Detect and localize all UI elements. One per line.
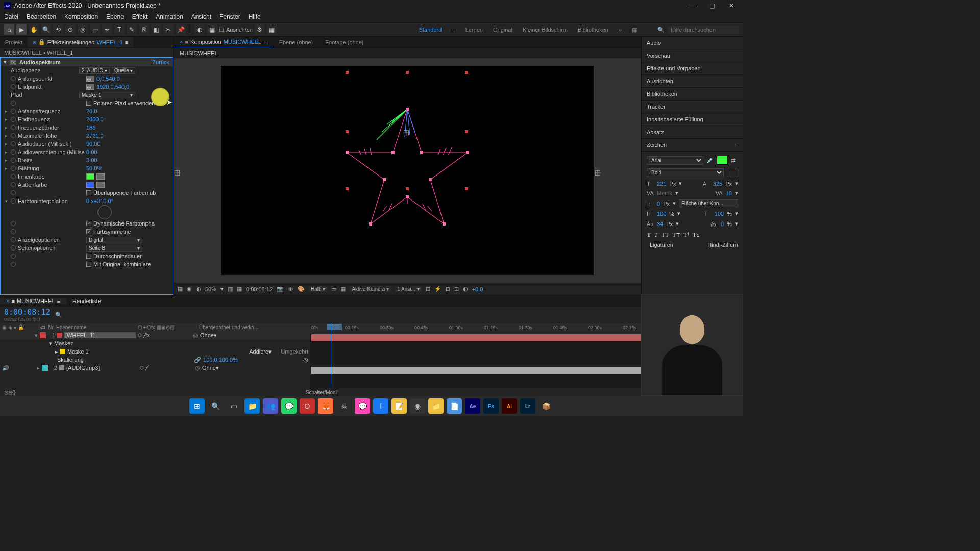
tab-effect-controls[interactable]: × 🔒 Effekteinstellungen WHEEL_1 ≡	[28, 37, 133, 47]
stopwatch-icon[interactable]	[11, 84, 16, 89]
close-button[interactable]: ✕	[728, 2, 735, 9]
point-picker-icon[interactable]: ⊕	[86, 84, 94, 90]
windows-start-icon[interactable]: ⊞	[189, 398, 205, 414]
twirl-icon[interactable]: ▸	[4, 158, 9, 163]
layer-handle[interactable]	[346, 187, 349, 190]
prop-farbsymmetrie-checkbox[interactable]	[86, 229, 91, 234]
hscale-value[interactable]: 100	[715, 211, 724, 217]
stopwatch-icon[interactable]	[11, 198, 16, 204]
mask-mode-dropdown[interactable]: Addiere▾	[249, 348, 275, 355]
resolution-dropdown[interactable]: Halb ▾	[309, 286, 327, 292]
mask-icon[interactable]: ◐	[196, 286, 201, 292]
layer-handle[interactable]	[465, 130, 468, 133]
masken-label[interactable]: Masken	[54, 340, 74, 346]
stroke-color-swatch[interactable]	[727, 168, 738, 177]
leading-value[interactable]: 325	[713, 181, 722, 187]
work-area-bar[interactable]	[327, 324, 342, 330]
tracking-value[interactable]: 10	[726, 190, 732, 196]
stopwatch-icon[interactable]	[11, 262, 16, 267]
link-icon[interactable]: 🔗	[194, 357, 201, 363]
smallcaps-button[interactable]: Tᴛ	[672, 231, 680, 239]
prop-audioebene-dropdown[interactable]: 2. AUDIO▾	[79, 67, 110, 74]
obs-icon[interactable]: ◉	[410, 398, 425, 414]
prop-frequenzbander-value[interactable]: 186	[86, 124, 95, 131]
stopwatch-icon[interactable]	[11, 254, 16, 259]
panel-bibliotheken[interactable]: Bibliotheken	[642, 88, 743, 101]
anchor-point-icon[interactable]	[404, 130, 409, 135]
timeline-search-icon[interactable]: 🔍	[55, 312, 62, 318]
layer-handle[interactable]	[406, 187, 409, 190]
prop-mitoriginal-checkbox[interactable]	[86, 262, 91, 267]
shape-mode-icon[interactable]: ▦	[207, 24, 217, 35]
prop-polaren-checkbox[interactable]	[86, 101, 91, 106]
notes-icon[interactable]: 📝	[391, 398, 407, 414]
alpha-toggle-icon[interactable]: ▦	[178, 286, 183, 292]
point-picker-icon[interactable]: ⊕	[86, 76, 94, 82]
panel-vorschau[interactable]: Vorschau	[642, 49, 743, 62]
pickwhip-icon[interactable]: ◎	[303, 357, 308, 363]
menu-hilfe[interactable]: Hilfe	[249, 13, 261, 20]
viewer-breadcrumb[interactable]: MUSICWHEEL	[174, 48, 641, 58]
firefox-icon[interactable]: 🦊	[318, 398, 333, 414]
font-size-value[interactable]: 221	[657, 181, 666, 187]
comp-edge-handle[interactable]	[595, 170, 600, 176]
stopwatch-icon[interactable]	[11, 125, 16, 130]
twirl-icon[interactable]: ▸	[4, 117, 9, 122]
angle-dial[interactable]	[97, 205, 112, 219]
reset-link[interactable]: Zurück	[152, 59, 169, 65]
prop-durchschnitt-checkbox[interactable]	[86, 254, 91, 259]
menu-animation[interactable]: Animation	[156, 13, 183, 20]
minimize-button[interactable]: —	[689, 2, 696, 9]
zoom-dropdown[interactable]: 50%	[205, 286, 216, 292]
puppet-tool[interactable]: 📌	[176, 24, 186, 35]
prop-seiten-dropdown[interactable]: Seite B▾	[86, 245, 142, 252]
prop-farbtoninterp-value[interactable]: 0 x+310,0°	[86, 198, 113, 204]
twirl-icon[interactable]: ▸	[4, 166, 9, 171]
stopwatch-icon[interactable]	[11, 133, 16, 138]
prop-breite-value[interactable]: 3,00	[86, 157, 97, 163]
menu-ebene[interactable]: Ebene	[106, 13, 124, 20]
effect-twirl-icon[interactable]: ▾	[4, 59, 7, 65]
workspace-standard[interactable]: Standard	[419, 27, 442, 33]
workspace-chevron-icon[interactable]: ≡	[452, 27, 455, 33]
panel-menu-icon[interactable]: ≡	[735, 142, 738, 148]
stopwatch-icon[interactable]	[11, 229, 16, 234]
allcaps-button[interactable]: TT	[661, 231, 669, 239]
stroke-mode-dropdown[interactable]: Fläche über Kon...	[679, 199, 738, 207]
pixel-aspect-icon[interactable]: ⊞	[426, 286, 430, 292]
mask-invert-label[interactable]: Umgekehrt	[281, 348, 308, 355]
transparency-icon[interactable]: ▦	[340, 286, 346, 292]
panel-tracker[interactable]: Tracker	[642, 101, 743, 113]
illustrator-icon[interactable]: Ai	[502, 398, 517, 414]
twirl-icon[interactable]: ▸	[4, 109, 9, 114]
panel-inhaltsbasierte[interactable]: Inhaltsbasierte Füllung	[642, 113, 743, 126]
explorer-icon[interactable]: 📁	[244, 398, 260, 414]
tab-footage-viewer[interactable]: Footage (ohne)	[319, 37, 370, 47]
timeline-icon[interactable]: ⊟	[446, 286, 450, 292]
tsume-value[interactable]: 0	[721, 221, 724, 227]
help-search-input[interactable]	[668, 26, 739, 34]
notepad-icon[interactable]: 📄	[447, 398, 462, 414]
whatsapp-icon[interactable]: 💬	[281, 398, 297, 414]
font-weight-dropdown[interactable]: Bold	[647, 168, 724, 177]
fast-preview-icon[interactable]: ⚡	[434, 286, 442, 292]
eyedropper-icon[interactable]	[96, 182, 105, 188]
lock-icon[interactable]: 🔒	[38, 39, 45, 45]
menu-fenster[interactable]: Fenster	[219, 13, 240, 20]
stopwatch-icon[interactable]	[11, 182, 16, 187]
layer-handle[interactable]	[465, 71, 468, 74]
menu-effekt[interactable]: Effekt	[132, 13, 148, 20]
text-color-swatch[interactable]	[717, 156, 728, 165]
stroke-width-value[interactable]: 0	[657, 201, 660, 207]
workspace-grid-icon[interactable]: ▦	[632, 27, 637, 33]
tab-menu-icon[interactable]: ≡	[263, 39, 266, 45]
twirl-icon[interactable]: ▸	[4, 141, 9, 146]
toggle-switches-icon[interactable]: ⊡	[4, 390, 8, 395]
panel-audio[interactable]: Audio	[642, 37, 743, 49]
panel-zeichen-header[interactable]: Zeichen≡	[642, 139, 743, 152]
layer-name[interactable]: [AUDIO.mp3]	[66, 365, 138, 371]
stopwatch-icon[interactable]	[11, 158, 16, 163]
menu-ansicht[interactable]: Ansicht	[191, 13, 211, 20]
twirl-icon[interactable]: ▾	[4, 198, 9, 204]
layer-color-swatch[interactable]	[40, 332, 46, 338]
